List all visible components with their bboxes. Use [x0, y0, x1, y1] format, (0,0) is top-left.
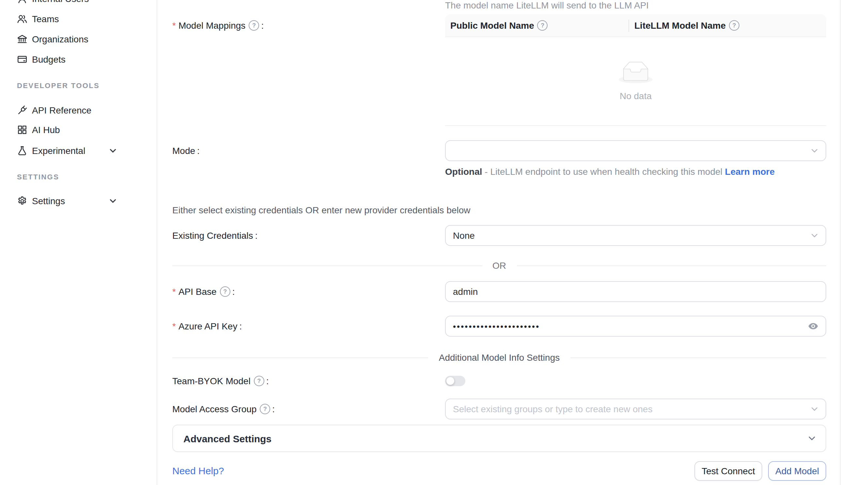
- credentials-note: Either select existing credentials OR en…: [172, 205, 470, 215]
- sidebar-section-settings: SETTINGS: [17, 172, 59, 181]
- chevron-down-icon: [108, 146, 118, 155]
- litellm-admin-page: Internal Users Teams Organizations Budge…: [0, 0, 868, 485]
- additional-info-divider: Additional Model Info Settings: [172, 352, 826, 363]
- sidebar-item-label: AI Hub: [32, 125, 60, 135]
- column-header-litellm-model-name: LiteLLM Model Name ?: [628, 20, 826, 31]
- no-data-text: No data: [620, 91, 652, 101]
- existing-credentials-label: Existing Credentials :: [172, 230, 257, 241]
- sidebar-item-label: Internal Users: [32, 0, 89, 4]
- sidebar: Internal Users Teams Organizations Budge…: [0, 0, 157, 485]
- flask-icon: [17, 145, 27, 156]
- help-icon[interactable]: ?: [220, 286, 230, 296]
- learn-more-link[interactable]: Learn more: [725, 166, 775, 177]
- sidebar-item-label: Teams: [32, 14, 59, 24]
- sidebar-item-label: Experimental: [32, 145, 85, 156]
- help-icon[interactable]: ?: [254, 376, 264, 386]
- teams-icon: [17, 14, 27, 24]
- content-right-border: [840, 0, 841, 485]
- azure-api-key-label: * Azure API Key :: [172, 321, 242, 331]
- existing-credentials-select[interactable]: None: [445, 225, 826, 246]
- model-mappings-table: Public Model Name ? LiteLLM Model Name ?…: [445, 14, 826, 126]
- empty-inbox-icon: [619, 61, 653, 86]
- add-model-form: The model name LiteLLM will send to the …: [157, 0, 868, 485]
- help-icon[interactable]: ?: [249, 20, 259, 31]
- or-divider: OR: [172, 260, 826, 271]
- eye-icon[interactable]: [808, 321, 818, 331]
- column-separator: [628, 20, 629, 32]
- chevron-down-icon: [807, 434, 816, 443]
- chevron-down-icon: [811, 147, 818, 155]
- mode-label: Mode :: [172, 146, 200, 156]
- chevron-down-icon: [108, 196, 118, 205]
- add-model-button[interactable]: Add Model: [768, 461, 826, 481]
- need-help-link[interactable]: Need Help?: [172, 465, 224, 476]
- litellm-model-name-helper: The model name LiteLLM will send to the …: [445, 0, 649, 10]
- help-icon[interactable]: ?: [729, 20, 739, 31]
- required-mark: *: [172, 286, 176, 296]
- column-header-public-model-name: Public Model Name ?: [445, 20, 628, 31]
- user-icon: [17, 0, 27, 4]
- api-plug-icon: [17, 105, 27, 115]
- help-icon[interactable]: ?: [537, 20, 548, 31]
- advanced-settings-title: Advanced Settings: [183, 433, 272, 444]
- sidebar-item-budgets[interactable]: Budgets: [0, 46, 157, 72]
- sidebar-item-label: Settings: [32, 195, 65, 206]
- table-empty-state: No data: [445, 37, 826, 125]
- sidebar-item-label: API Reference: [32, 105, 91, 115]
- chevron-down-icon: [811, 232, 818, 239]
- chevron-down-icon: [811, 405, 818, 413]
- table-header: Public Model Name ? LiteLLM Model Name ?: [445, 14, 826, 37]
- mode-helper-text: Optional - LiteLLM endpoint to use when …: [445, 165, 826, 178]
- appstore-grid-icon: [17, 125, 27, 135]
- api-base-label: * API Base ? :: [172, 286, 235, 296]
- sidebar-item-experimental[interactable]: Experimental: [0, 137, 157, 163]
- bank-icon: [17, 34, 27, 44]
- advanced-settings-panel[interactable]: Advanced Settings: [172, 425, 826, 452]
- test-connect-button[interactable]: Test Connect: [694, 461, 762, 481]
- credit-card-icon: [17, 54, 27, 64]
- mode-select[interactable]: [445, 140, 826, 161]
- team-byok-toggle[interactable]: [445, 376, 465, 386]
- azure-api-key-input[interactable]: ••••••••••••••••••••••: [445, 316, 826, 336]
- sidebar-item-label: Organizations: [32, 34, 88, 44]
- api-base-input[interactable]: admin: [445, 281, 826, 302]
- gear-icon: [17, 195, 27, 206]
- team-byok-label: Team-BYOK Model ? :: [172, 376, 269, 386]
- required-mark: *: [172, 20, 176, 31]
- help-icon[interactable]: ?: [260, 404, 270, 414]
- model-access-group-select[interactable]: Select existing groups or type to create…: [445, 398, 826, 419]
- required-mark: *: [172, 321, 176, 331]
- model-access-group-label: Model Access Group ? :: [172, 404, 275, 414]
- sidebar-item-label: Budgets: [32, 54, 66, 64]
- model-mappings-label: * Model Mappings ? :: [172, 20, 264, 31]
- sidebar-item-settings[interactable]: Settings: [0, 188, 157, 214]
- sidebar-section-developer-tools: DEVELOPER TOOLS: [17, 82, 99, 89]
